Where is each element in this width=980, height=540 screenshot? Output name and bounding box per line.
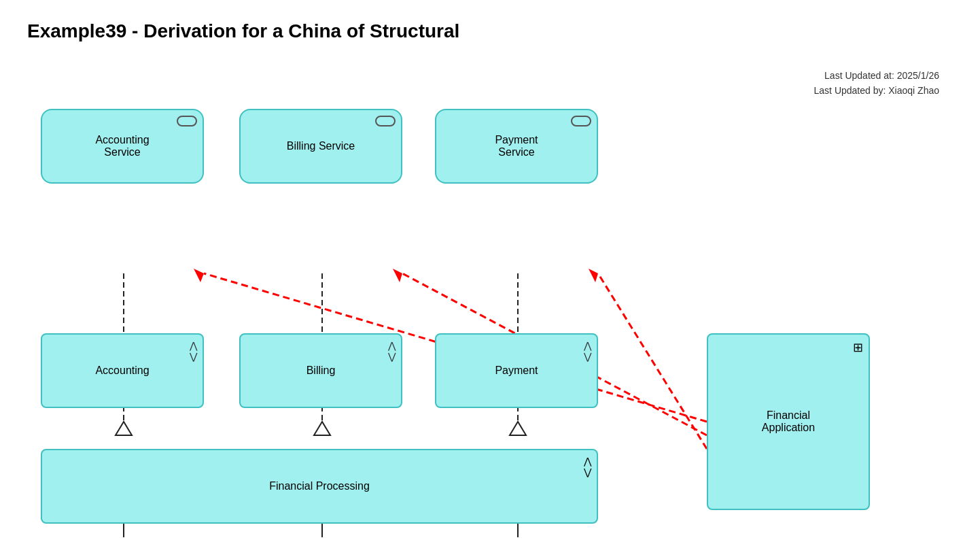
billing-service-pill-icon (375, 116, 396, 126)
svg-marker-7 (194, 269, 204, 282)
svg-marker-11 (589, 269, 598, 282)
svg-line-10 (598, 273, 707, 449)
billing-label: Billing (307, 365, 336, 377)
billing-box[interactable]: Billing ⋀⋁ (239, 333, 402, 408)
accounting-service-label: AccountingService (95, 134, 149, 158)
accounting-chevron-icon: ⋀⋁ (190, 340, 197, 362)
updated-at: Last Updated at: 2025/1/26 (814, 68, 939, 83)
financial-processing-chevron-icon: ⋀⋁ (584, 456, 591, 477)
svg-marker-9 (393, 269, 402, 282)
diagram-area: AccountingService Billing Service Paymen… (0, 88, 980, 540)
svg-marker-1 (116, 422, 132, 435)
financial-processing-label: Financial Processing (269, 480, 370, 492)
accounting-service-box[interactable]: AccountingService (41, 109, 204, 184)
accounting-service-pill-icon (177, 116, 197, 126)
payment-service-pill-icon (571, 116, 591, 126)
svg-marker-5 (510, 422, 526, 435)
billing-service-label: Billing Service (287, 140, 355, 152)
accounting-box[interactable]: Accounting ⋀⋁ (41, 333, 204, 408)
billing-chevron-icon: ⋀⋁ (388, 340, 396, 362)
svg-marker-3 (314, 422, 330, 435)
page-title: Example39 - Derivation for a China of St… (0, 0, 980, 49)
payment-chevron-icon: ⋀⋁ (584, 340, 591, 362)
financial-application-grid-icon: ⊞ (853, 340, 863, 355)
financial-application-label: FinancialApplication (762, 409, 815, 434)
payment-label: Payment (495, 365, 538, 377)
payment-box[interactable]: Payment ⋀⋁ (435, 333, 598, 408)
payment-service-label: PaymentService (495, 134, 538, 158)
payment-service-box[interactable]: PaymentService (435, 109, 598, 184)
accounting-label: Accounting (95, 365, 149, 377)
billing-service-box[interactable]: Billing Service (239, 109, 402, 184)
financial-processing-box[interactable]: Financial Processing ⋀⋁ (41, 449, 598, 524)
financial-application-box[interactable]: FinancialApplication ⊞ (707, 333, 870, 510)
